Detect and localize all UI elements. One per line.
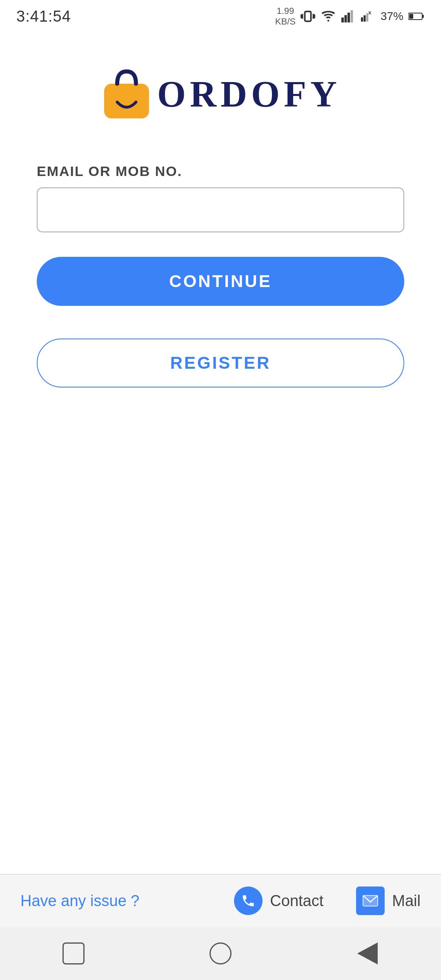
svg-rect-8 — [347, 13, 350, 22]
svg-rect-16 — [409, 14, 413, 19]
battery-icon — [408, 10, 425, 22]
square-icon — [62, 942, 85, 964]
x-signal-icon: x — [361, 9, 376, 24]
nav-home-button[interactable] — [204, 937, 237, 970]
svg-rect-0 — [305, 11, 311, 21]
form-area: EMAIL OR MOB NO. CONTINUE REGISTER — [37, 163, 404, 388]
status-icons: 1.99 KB/S x 37% — [275, 6, 425, 27]
issue-text: Have any issue ? — [20, 892, 140, 910]
main-content: ORDOFY EMAIL OR MOB NO. CONTINUE REGISTE… — [0, 33, 441, 874]
mail-icon — [356, 886, 385, 915]
continue-button[interactable]: CONTINUE — [37, 257, 404, 306]
nav-back-button[interactable] — [351, 937, 384, 970]
status-time: 3:41:54 — [16, 8, 71, 25]
mail-section[interactable]: Mail — [356, 886, 421, 915]
svg-rect-6 — [341, 18, 344, 22]
circle-icon — [209, 942, 232, 964]
status-kbs: 1.99 KB/S — [275, 6, 296, 27]
svg-point-5 — [327, 20, 330, 22]
svg-rect-9 — [350, 10, 353, 22]
logo-bag-icon — [100, 65, 153, 122]
contact-label: Contact — [270, 892, 323, 910]
signal-icon — [341, 9, 356, 24]
register-button[interactable]: REGISTER — [37, 339, 404, 388]
svg-rect-10 — [361, 18, 363, 22]
triangle-back-icon — [357, 942, 378, 964]
mail-label: Mail — [392, 892, 421, 910]
logo-text: ORDOFY — [157, 73, 341, 115]
svg-rect-11 — [363, 15, 365, 21]
svg-rect-7 — [344, 15, 347, 22]
footer: Have any issue ? Contact Mail — [0, 874, 441, 927]
field-label: EMAIL OR MOB NO. — [37, 163, 404, 179]
navigation-bar — [0, 927, 441, 980]
phone-icon — [234, 886, 263, 915]
vibrate-icon — [301, 9, 315, 24]
logo-area: ORDOFY — [100, 65, 341, 122]
svg-rect-15 — [422, 15, 424, 18]
nav-square-button[interactable] — [57, 937, 90, 970]
status-bar: 3:41:54 1.99 KB/S x — [0, 0, 441, 33]
svg-rect-17 — [104, 84, 149, 118]
email-mob-input[interactable] — [37, 187, 404, 232]
contact-section[interactable]: Contact — [234, 886, 323, 915]
battery-text: 37% — [381, 10, 403, 23]
svg-text:x: x — [368, 9, 372, 16]
wifi-icon — [320, 9, 336, 24]
